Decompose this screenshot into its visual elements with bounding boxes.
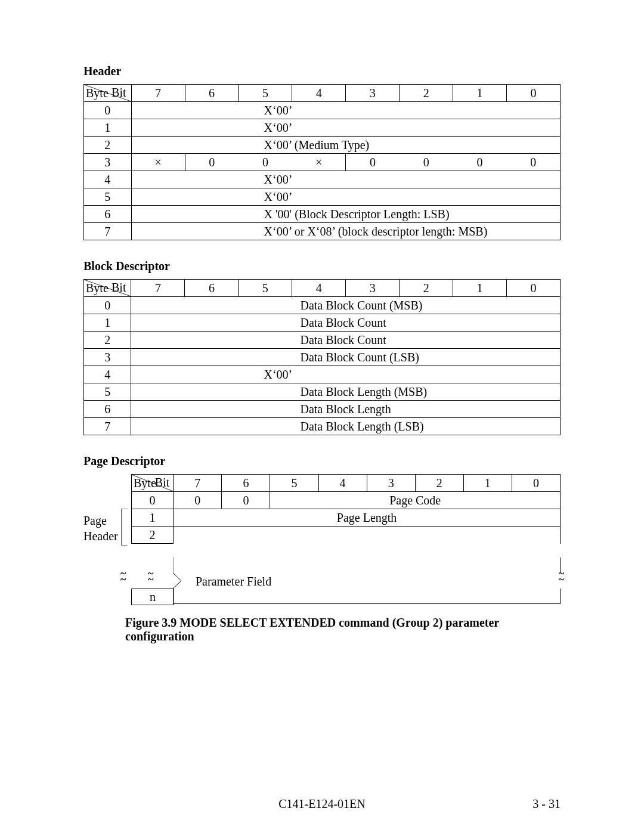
row-text: Data Block Length (MSB) [131, 383, 561, 401]
table-row: 5 X‘00’ [84, 188, 561, 206]
table-row: 0 X‘00’ [84, 102, 561, 119]
byte-cell: 2 [84, 137, 132, 154]
bit-cell: 0 [185, 154, 239, 171]
byte-label: Byte [134, 476, 156, 490]
bit-cell: 0 [346, 154, 400, 171]
byte-cell: 0 [84, 297, 131, 314]
block-title: Block Descriptor [83, 259, 561, 273]
header-title: Header [83, 64, 561, 78]
bit-cell: 0 [174, 492, 222, 509]
page-header-l2: Header [83, 529, 118, 543]
bit-byte-corner: Bit Byte [132, 475, 174, 492]
row-text: Data Block Count (LSB) [131, 349, 561, 366]
byte-label: Byte [86, 86, 109, 100]
byte-label: Byte [86, 281, 109, 295]
bit-col: 7 [174, 475, 222, 492]
bit-cell: 0 [400, 154, 453, 171]
bit-cell: 0 [239, 154, 292, 171]
row-text: X‘00’ [131, 366, 561, 383]
bit-col: 4 [292, 85, 346, 102]
bit-col: 6 [222, 475, 270, 492]
empty-cell [174, 527, 561, 544]
byte-cell: 7 [84, 223, 132, 240]
table-row: 1Data Block Count [84, 314, 561, 332]
row-text: X‘00’ [131, 102, 560, 119]
bit-col: 0 [512, 475, 560, 492]
bit-cell: 0 [507, 154, 561, 171]
byte-cell: 6 [84, 401, 131, 418]
bit-col: 1 [463, 475, 512, 492]
table-row: 0 0 0 Page Code [132, 492, 561, 509]
bit-cell: × [292, 154, 346, 171]
bit-label: Bit [112, 86, 126, 100]
block-table: Bit Byte 7 6 5 4 3 2 1 0 0Data Block Cou… [83, 279, 561, 435]
byte-cell: 5 [84, 383, 131, 401]
row-text: X‘00’ (Medium Type) [131, 137, 560, 154]
tilde-icon: ~~ [559, 571, 564, 583]
bracket-icon [120, 509, 129, 546]
byte-cell: 2 [84, 332, 131, 349]
byte-cell: 3 [84, 154, 132, 171]
row-text: Data Block Length (LSB) [131, 418, 561, 435]
row-text: X‘00’ [131, 119, 560, 137]
row-text: X '00' (Block Descriptor Length: LSB) [131, 206, 560, 223]
row-text: Data Block Length [131, 401, 561, 418]
bit-col: 1 [453, 85, 507, 102]
bit-col: 5 [239, 280, 292, 297]
table-row: 2Data Block Count [84, 332, 561, 349]
bit-cell: 0 [453, 154, 507, 171]
bit-col: 5 [239, 85, 292, 102]
figure-caption: Figure 3.9 MODE SELECT EXTENDED command … [83, 616, 561, 643]
row-text: Page Code [270, 492, 561, 509]
page-title: Page Descriptor [83, 454, 561, 468]
tilde-icon: ~~ [148, 571, 153, 583]
byte-cell: 6 [84, 206, 132, 223]
byte-cell: 7 [84, 418, 131, 435]
footer-page-number: 3 - 31 [532, 797, 561, 811]
byte-cell: 3 [84, 349, 131, 366]
table-row: 7Data Block Length (LSB) [84, 418, 561, 435]
table-row: 0Data Block Count (MSB) [84, 297, 561, 314]
table-row: 2 [132, 527, 561, 544]
parameter-field-block: ~~ ~~ n Parameter Field ~~ [131, 558, 561, 604]
bit-label: Bit [112, 281, 126, 295]
table-row: 6Data Block Length [84, 401, 561, 418]
table-row: 6 X '00' (Block Descriptor Length: LSB) [84, 206, 561, 223]
bit-col: 7 [131, 280, 185, 297]
bit-col: 3 [346, 280, 400, 297]
row-text: Data Block Count (MSB) [131, 297, 561, 314]
header-table: Bit Byte 7 6 5 4 3 2 1 0 0 X‘00’ 1 X‘00’… [83, 84, 561, 240]
row-text: X‘00’ or X‘08’ (block descriptor length:… [131, 223, 560, 240]
row-text: Data Block Count [131, 314, 561, 332]
byte-cell: 4 [84, 366, 131, 383]
bit-col: 6 [185, 280, 239, 297]
bit-byte-corner: Bit Byte [84, 280, 131, 297]
table-row: 4 X‘00’ [84, 171, 561, 188]
bit-col: 2 [415, 475, 463, 492]
bit-col: 7 [131, 85, 185, 102]
byte-cell: 2 [132, 527, 174, 544]
page-header-label: Page Header [83, 513, 119, 544]
byte-cell: 1 [132, 509, 174, 527]
bit-cell: 0 [222, 492, 270, 509]
row-text: Data Block Count [131, 332, 561, 349]
bit-col: 2 [400, 85, 453, 102]
byte-cell: 5 [84, 188, 132, 206]
table-row: 1 Page Length [132, 509, 561, 527]
bit-col: 4 [318, 475, 367, 492]
parameter-field-label: Parameter Field [196, 575, 271, 589]
bit-col: 3 [367, 475, 415, 492]
table-row: 2 X‘00’ (Medium Type) [84, 137, 561, 154]
byte-cell: n [131, 589, 174, 605]
bit-byte-corner: Bit Byte [84, 85, 132, 102]
bit-cell: × [131, 154, 185, 171]
bit-col: 4 [292, 280, 346, 297]
byte-cell: 0 [132, 492, 174, 509]
bit-col: 1 [453, 280, 507, 297]
table-row: 1 X‘00’ [84, 119, 561, 137]
bit-col: 2 [400, 280, 453, 297]
bit-label: Bit [155, 476, 169, 490]
table-row: 3 × 0 0 × 0 0 0 0 [84, 154, 561, 171]
byte-cell: 4 [84, 171, 132, 188]
bit-col: 0 [507, 280, 561, 297]
